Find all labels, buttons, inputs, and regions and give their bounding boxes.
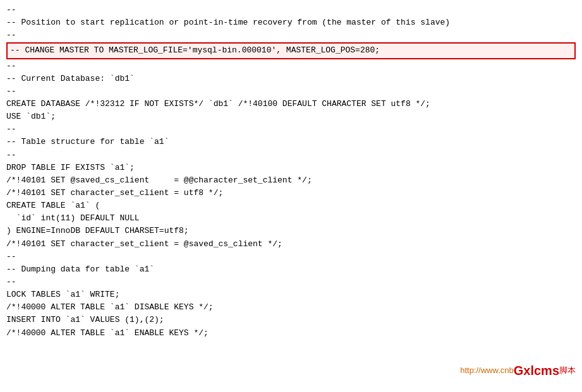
code-line: -- Dumping data for table `a1` [6,263,576,276]
code-line: -- [6,123,576,136]
code-line: -- [6,4,576,16]
code-line: -- Table structure for table `a1` [6,136,576,148]
code-line: -- Position to start replication or poin… [6,16,576,29]
code-line: -- [6,149,576,162]
watermark-sub: 脚本 [559,364,576,377]
code-line: -- [6,251,576,263]
code-lines: ---- Position to start replication or po… [6,4,576,340]
code-line: /*!40101 SET @saved_cs_client = @@charac… [6,174,576,187]
code-line: /*!40101 SET character_set_client = @sav… [6,238,576,251]
code-line: INSERT INTO `a1` VALUES (1),(2); [6,314,576,326]
watermark-brand: Gxlcms [514,361,559,381]
code-line: /*!40101 SET character_set_client = utf8… [6,187,576,199]
code-line: `id` int(11) DEFAULT NULL [6,212,576,225]
code-line: ) ENGINE=InnoDB DEFAULT CHARSET=utf8; [6,225,576,237]
watermark-url: http://www.cnb [460,364,514,377]
code-line: -- CHANGE MASTER TO MASTER_LOG_FILE='mys… [6,42,576,59]
code-line: DROP TABLE IF EXISTS `a1`; [6,162,576,174]
code-line: -- [6,85,576,98]
code-line: CREATE DATABASE /*!32312 IF NOT EXISTS*/… [6,98,576,110]
code-line: CREATE TABLE `a1` ( [6,199,576,212]
code-line: -- [6,276,576,288]
code-line: -- [6,29,576,42]
code-line: -- Current Database: `db1` [6,73,576,85]
code-line: LOCK TABLES `a1` WRITE; [6,288,576,301]
code-line: -- [6,60,576,73]
code-container: ---- Position to start replication or po… [0,0,582,392]
watermark: http://www.cnb Gxlcms 脚本 [460,361,576,381]
code-line: /*!40000 ALTER TABLE `a1` ENABLE KEYS */… [6,327,576,340]
code-line: /*!40000 ALTER TABLE `a1` DISABLE KEYS *… [6,301,576,314]
code-line: USE `db1`; [6,110,576,123]
